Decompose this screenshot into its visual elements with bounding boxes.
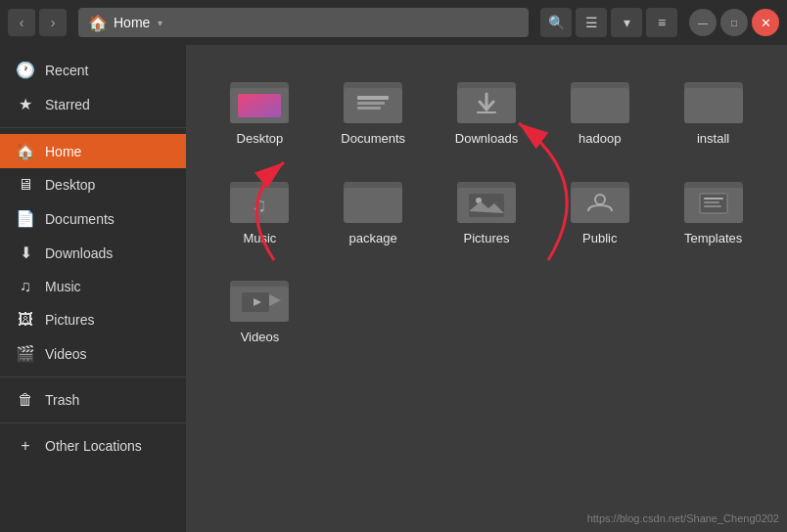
sidebar-item-downloads[interactable]: ⬇ Downloads: [0, 236, 186, 270]
sidebar-divider-2: [0, 377, 186, 377]
sidebar-item-trash[interactable]: 🗑 Trash: [0, 383, 186, 417]
main-area: 🕐 Recent ★ Starred 🏠 Home 🖥 Desktop 📄 Do…: [0, 45, 787, 532]
file-item-package[interactable]: package: [319, 164, 428, 254]
other-locations-icon: +: [16, 437, 35, 455]
svg-rect-2: [238, 94, 281, 117]
svg-rect-5: [357, 96, 389, 100]
svg-rect-6: [357, 102, 385, 105]
sidebar-item-videos[interactable]: 🎬 Videos: [0, 336, 186, 371]
documents-file-label: Documents: [341, 131, 405, 147]
svg-rect-30: [704, 198, 723, 200]
home-sidebar-icon: 🏠: [16, 142, 35, 160]
sidebar-item-home[interactable]: 🏠 Home: [0, 134, 186, 168]
toolbar-actions: 🔍 ☰ ▾ ≡: [540, 8, 677, 37]
install-file-label: install: [697, 131, 729, 147]
hadoop-file-label: hadoop: [579, 131, 621, 147]
file-grid: Desktop Documents: [206, 65, 767, 353]
file-area: Desktop Documents: [186, 45, 787, 532]
file-item-documents[interactable]: Documents: [319, 65, 428, 155]
forward-button[interactable]: ›: [39, 9, 67, 36]
templates-file-label: Templates: [684, 231, 742, 246]
hadoop-folder-icon: [569, 72, 631, 125]
content-wrapper: Desktop Documents: [186, 45, 787, 532]
view-options-button[interactable]: ▾: [611, 8, 642, 37]
back-button[interactable]: ‹: [8, 9, 35, 36]
svg-rect-10: [477, 111, 496, 113]
videos-label: Videos: [45, 346, 87, 362]
recent-label: Recent: [45, 63, 88, 78]
package-folder-icon: [342, 172, 404, 225]
downloads-label: Downloads: [45, 245, 113, 261]
downloads-folder-icon: [455, 72, 518, 125]
sidebar-item-starred[interactable]: ★ Starred: [0, 87, 186, 121]
desktop-folder-icon: [228, 72, 291, 125]
file-item-desktop[interactable]: Desktop: [206, 65, 314, 155]
music-label: Music: [45, 279, 81, 294]
trash-icon: 🗑: [16, 391, 35, 409]
pictures-folder-icon: [455, 172, 518, 225]
window-buttons: — □ ✕: [689, 9, 779, 36]
list-view-button[interactable]: ☰: [576, 8, 607, 37]
desktop-label: Desktop: [45, 177, 95, 193]
file-item-pictures[interactable]: Pictures: [433, 164, 541, 254]
svg-rect-19: [344, 188, 402, 223]
music-folder-icon: ♫: [228, 172, 291, 225]
sidebar-item-music[interactable]: ♫ Music: [0, 270, 186, 303]
music-icon: ♫: [16, 278, 35, 295]
sidebar-divider-1: [0, 127, 186, 128]
nav-buttons: ‹ ›: [8, 9, 67, 36]
starred-label: Starred: [45, 97, 90, 112]
starred-icon: ★: [16, 95, 35, 113]
svg-rect-14: [684, 88, 743, 123]
documents-folder-icon: [342, 72, 404, 125]
svg-text:♫: ♫: [253, 194, 267, 215]
file-item-music[interactable]: ♫ Music: [206, 164, 314, 254]
menu-button[interactable]: ≡: [646, 8, 677, 37]
svg-rect-22: [469, 194, 504, 217]
videos-file-label: Videos: [241, 330, 280, 345]
svg-rect-31: [704, 201, 719, 203]
templates-folder-icon: [682, 172, 745, 225]
svg-rect-4: [344, 88, 402, 123]
titlebar: ‹ › 🏠 Home ▾ 🔍 ☰ ▾ ≡ — □ ✕: [0, 0, 787, 45]
sidebar-item-desktop[interactable]: 🖥 Desktop: [0, 168, 186, 201]
desktop-icon: 🖥: [16, 176, 35, 194]
location-bar[interactable]: 🏠 Home ▾: [78, 8, 529, 37]
downloads-icon: ⬇: [16, 244, 35, 262]
desktop-file-label: Desktop: [237, 131, 284, 147]
location-text: Home: [114, 15, 150, 30]
file-item-templates[interactable]: Templates: [659, 164, 767, 254]
public-folder-icon: [569, 172, 631, 225]
public-file-label: Public: [582, 231, 617, 246]
file-item-public[interactable]: Public: [545, 164, 654, 254]
home-icon: 🏠: [88, 14, 108, 32]
file-item-videos[interactable]: Videos: [206, 263, 314, 353]
sidebar-item-pictures[interactable]: 🖼 Pictures: [0, 303, 186, 336]
file-item-hadoop[interactable]: hadoop: [545, 65, 654, 155]
svg-rect-7: [357, 107, 381, 110]
file-item-downloads[interactable]: Downloads: [433, 65, 541, 155]
sidebar-item-other-locations[interactable]: + Other Locations: [0, 429, 186, 463]
videos-folder-icon: [228, 271, 291, 324]
minimize-button[interactable]: —: [689, 9, 717, 36]
sidebar-item-documents[interactable]: 📄 Documents: [0, 201, 186, 236]
svg-rect-32: [704, 205, 721, 207]
search-button[interactable]: 🔍: [540, 8, 572, 37]
home-label: Home: [45, 144, 81, 159]
install-folder-icon: [682, 72, 745, 125]
pictures-file-label: Pictures: [464, 231, 510, 246]
file-item-install[interactable]: install: [659, 65, 767, 155]
close-button[interactable]: ✕: [752, 9, 779, 36]
sidebar-item-recent[interactable]: 🕐 Recent: [0, 53, 186, 87]
music-file-label: Music: [243, 231, 276, 246]
sidebar: 🕐 Recent ★ Starred 🏠 Home 🖥 Desktop 📄 Do…: [0, 45, 186, 532]
trash-label: Trash: [45, 392, 79, 408]
package-file-label: package: [349, 231, 397, 246]
sidebar-divider-3: [0, 422, 186, 423]
videos-icon: 🎬: [16, 344, 35, 363]
recent-icon: 🕐: [16, 61, 35, 79]
maximize-button[interactable]: □: [720, 9, 748, 36]
documents-icon: 📄: [16, 209, 35, 228]
dropdown-arrow: ▾: [158, 18, 162, 28]
downloads-file-label: Downloads: [455, 131, 518, 147]
